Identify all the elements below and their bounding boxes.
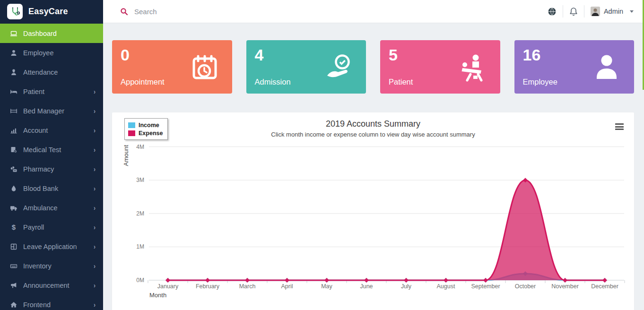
- chevron-right-icon: ›: [94, 87, 96, 95]
- sidebar-item-label: Employee: [23, 49, 53, 57]
- accounts-summary-panel: IncomeExpense 2019 Accounts Summary Clic…: [112, 112, 634, 310]
- sidebar-item-patient[interactable]: Patient›: [0, 82, 103, 101]
- sidebar: EasyCare DashboardEmployeeAttendancePati…: [0, 0, 103, 310]
- stat-card-patient[interactable]: 5Patient: [380, 40, 500, 94]
- sidebar-item-label: Medical Test: [23, 146, 61, 154]
- sidebar-item-ambulance[interactable]: Ambulance›: [0, 198, 103, 217]
- stat-label: Admission: [255, 78, 291, 86]
- leave-form-icon: [10, 243, 17, 250]
- stat-card-appointment[interactable]: 0Appointment: [112, 40, 232, 94]
- sidebar-item-inventory[interactable]: Inventory›: [0, 256, 103, 276]
- x-tick-label: September: [471, 283, 500, 290]
- search-input[interactable]: [134, 8, 286, 16]
- x-tick-label: February: [196, 283, 220, 290]
- sidebar-item-attendance[interactable]: Attendance: [0, 62, 103, 82]
- x-tick-label: November: [551, 283, 579, 290]
- user-check-icon: [10, 69, 17, 76]
- x-axis-title: Month: [149, 292, 166, 299]
- expense-point[interactable]: [483, 278, 488, 283]
- expense-point[interactable]: [285, 278, 289, 283]
- sidebar-item-label: Announcement: [23, 282, 70, 289]
- home-icon: [10, 301, 17, 309]
- chart-subtitle: Click month income or expense column to …: [112, 131, 634, 138]
- y-tick-label: 4M: [136, 144, 144, 150]
- y-tick-label: 2M: [136, 210, 144, 217]
- accounts-summary-chart[interactable]: 0M1M2M3M4MJanuaryFebruaryMarchAprilMayJu…: [112, 141, 634, 310]
- chart-menu-icon[interactable]: [615, 123, 624, 131]
- x-tick-label: June: [360, 283, 373, 290]
- sidebar-item-frontend[interactable]: Frontend›: [0, 295, 103, 310]
- chevron-right-icon: ›: [94, 204, 96, 212]
- legend-label: Expense: [139, 130, 163, 137]
- sidebar-item-bed-manager[interactable]: Bed Manager›: [0, 101, 103, 121]
- chevron-right-icon: ›: [94, 223, 96, 231]
- legend-label: Income: [139, 122, 159, 129]
- chevron-right-icon: ›: [94, 262, 96, 270]
- stat-card-employee[interactable]: 16Employee: [514, 40, 635, 94]
- globe-icon[interactable]: [548, 7, 557, 16]
- x-tick-label: April: [281, 283, 293, 290]
- chevron-right-icon: ›: [94, 184, 96, 192]
- sidebar-item-label: Inventory: [23, 262, 52, 270]
- sidebar-item-label: Patient: [23, 88, 44, 95]
- sidebar-item-account[interactable]: Account›: [0, 121, 103, 140]
- sidebar-item-pharmacy[interactable]: Pharmacy›: [0, 159, 103, 179]
- stat-label: Appointment: [121, 78, 165, 86]
- sidebar-item-announcement[interactable]: Announcement›: [0, 276, 103, 295]
- sidebar-item-dashboard[interactable]: Dashboard: [0, 24, 103, 43]
- sidebar-item-medical-test[interactable]: Medical Test›: [0, 140, 103, 159]
- person-icon: [592, 52, 622, 82]
- stat-label: Employee: [523, 78, 557, 86]
- topbar: Admin: [103, 0, 644, 23]
- expense-point[interactable]: [324, 278, 329, 283]
- medical-book-icon: [10, 146, 17, 154]
- chevron-right-icon: ›: [94, 107, 96, 115]
- sidebar-item-label: Leave Application: [23, 243, 77, 250]
- x-tick-label: December: [591, 283, 618, 290]
- sidebar-item-blood-bank[interactable]: Blood Bank›: [0, 179, 103, 198]
- search-bar: [120, 0, 286, 23]
- chart-title: 2019 Accounts Summary: [112, 112, 634, 129]
- sidebar-item-label: Account: [23, 127, 48, 134]
- x-tick-label: August: [437, 283, 455, 290]
- chevron-right-icon: ›: [94, 301, 96, 309]
- sidebar-item-label: Ambulance: [23, 204, 58, 212]
- stat-label: Patient: [389, 78, 413, 86]
- bell-icon[interactable]: [569, 7, 578, 16]
- legend-swatch: [128, 130, 135, 136]
- y-tick-label: 0M: [136, 277, 144, 284]
- legend-item-income[interactable]: Income: [128, 121, 163, 129]
- x-tick-label: October: [515, 283, 536, 290]
- expense-point[interactable]: [444, 278, 448, 283]
- expense-point[interactable]: [602, 278, 607, 283]
- expense-point[interactable]: [364, 278, 369, 283]
- brand[interactable]: EasyCare: [0, 0, 103, 23]
- divider: [584, 5, 584, 17]
- patient-care-icon: [458, 52, 488, 82]
- sidebar-item-label: Blood Bank: [23, 185, 58, 192]
- legend-swatch: [128, 122, 135, 128]
- legend-item-expense[interactable]: Expense: [128, 129, 163, 137]
- sidebar-item-employee[interactable]: Employee: [0, 43, 103, 62]
- admin-menu[interactable]: Admin: [591, 7, 634, 16]
- sidebar-item-label: Bed Manager: [23, 107, 64, 115]
- sidebar-item-label: Attendance: [23, 69, 58, 76]
- expense-point[interactable]: [404, 278, 409, 283]
- stat-card-admission[interactable]: 4Admission: [246, 40, 366, 94]
- megaphone-icon: [10, 282, 17, 289]
- inventory-icon: [10, 262, 17, 270]
- expense-point[interactable]: [563, 278, 567, 283]
- hand-clock-icon: [323, 52, 354, 82]
- expense-point[interactable]: [245, 278, 250, 283]
- search-icon[interactable]: [120, 8, 128, 16]
- chevron-right-icon: ›: [94, 146, 96, 154]
- sidebar-menu: DashboardEmployeeAttendancePatient›Bed M…: [0, 24, 103, 310]
- sidebar-item-label: Frontend: [23, 301, 51, 309]
- expense-area[interactable]: [168, 180, 605, 280]
- dollar-icon: $: [12, 223, 16, 231]
- sidebar-item-leave-application[interactable]: Leave Application›: [0, 237, 103, 256]
- user-icon: [10, 49, 17, 57]
- expense-point[interactable]: [205, 278, 210, 283]
- sidebar-item-payroll[interactable]: $Payroll›: [0, 217, 103, 237]
- expense-point[interactable]: [165, 278, 170, 283]
